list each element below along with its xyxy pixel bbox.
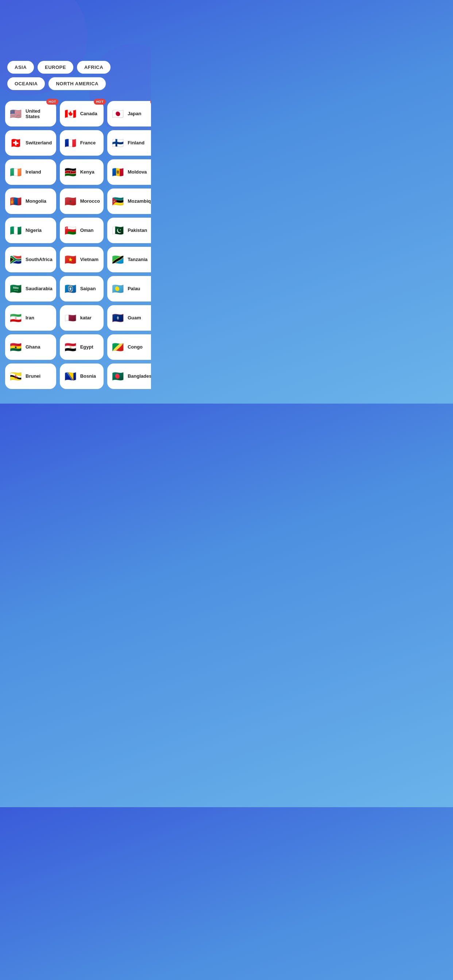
- flag-icon: 🇰🇪: [64, 165, 77, 179]
- country-name: Brunei: [26, 373, 40, 379]
- country-name: Saipan: [80, 286, 96, 292]
- flag-emoji: 🇴🇲: [65, 226, 76, 235]
- country-card[interactable]: 🇵🇼Palau: [107, 276, 151, 302]
- flag-emoji: 🇸🇦: [10, 284, 22, 293]
- country-name: Guam: [128, 315, 141, 321]
- flag-emoji: 🇫🇮: [112, 138, 124, 148]
- country-name: Tanzania: [128, 257, 148, 262]
- flag-emoji: 🇫🇷: [65, 138, 76, 148]
- flag-emoji: 🇮🇷: [10, 313, 22, 323]
- filter-btn-europe[interactable]: EUROPE: [38, 61, 73, 74]
- flag-emoji: 🇧🇳: [10, 372, 22, 381]
- flag-icon: 🇲🇵: [64, 282, 77, 296]
- flag-icon: 🇧🇦: [64, 369, 77, 383]
- country-card[interactable]: 🇲🇳Mongolia: [5, 188, 56, 214]
- filter-btn-north-america[interactable]: NORTH AMERICA: [48, 77, 106, 90]
- flag-icon: 🇶🇦: [64, 311, 77, 325]
- country-name: Congo: [128, 344, 143, 350]
- country-card[interactable]: 🇬🇺Guam: [107, 305, 151, 331]
- filter-btn-asia[interactable]: ASIA: [7, 61, 34, 74]
- flag-icon: 🇹🇿: [111, 253, 125, 267]
- flag-emoji: 🇲🇿: [112, 197, 124, 206]
- country-card[interactable]: HOT🇺🇸United States: [5, 101, 56, 127]
- country-name: Pakistan: [128, 228, 147, 233]
- flag-icon: 🇨🇭: [9, 136, 22, 150]
- country-card[interactable]: 🇴🇲Oman: [60, 218, 104, 243]
- flag-icon: 🇸🇦: [9, 282, 22, 296]
- flag-icon: 🇧🇩: [111, 369, 125, 383]
- country-name: Mozambique: [128, 198, 151, 204]
- country-name: Saudiarabia: [26, 286, 53, 292]
- country-name: Ireland: [26, 169, 41, 175]
- country-card[interactable]: 🇸🇦Saudiarabia: [5, 276, 56, 302]
- country-name: Palau: [128, 286, 140, 292]
- country-card[interactable]: 🇮🇷Iran: [5, 305, 56, 331]
- flag-emoji: 🇮🇪: [10, 167, 22, 177]
- country-name: katar: [80, 315, 91, 321]
- country-name: Mongolia: [26, 198, 46, 204]
- filter-btn-africa[interactable]: AFRICA: [77, 61, 110, 74]
- flag-emoji: 🇬🇺: [112, 313, 124, 323]
- flag-emoji: 🇳🇬: [10, 226, 22, 235]
- flag-icon: 🇵🇰: [111, 223, 125, 237]
- country-card[interactable]: 🇹🇿Tanzania: [107, 247, 151, 272]
- flag-emoji: 🇯🇵: [112, 109, 124, 118]
- country-card[interactable]: 🇻🇳Vietnam: [60, 247, 104, 272]
- page-title: [11, 22, 140, 43]
- country-card[interactable]: 🇬🇭Ghana: [5, 334, 56, 360]
- flag-emoji: 🇲🇩: [112, 167, 124, 177]
- country-card[interactable]: 🇵🇰Pakistan: [107, 218, 151, 243]
- country-card[interactable]: 🇧🇦Bosnia: [60, 363, 104, 389]
- flag-emoji: 🇺🇸: [10, 109, 22, 118]
- country-name: Egypt: [80, 344, 93, 350]
- flag-emoji: 🇰🇪: [65, 167, 76, 177]
- flag-icon: 🇲🇳: [9, 194, 22, 208]
- country-card[interactable]: 🇲🇩Moldova: [107, 159, 151, 185]
- flag-emoji: 🇨🇬: [112, 342, 124, 352]
- country-name: Kenya: [80, 169, 94, 175]
- flag-icon: 🇿🇦: [9, 253, 22, 267]
- flag-icon: 🇬🇭: [9, 340, 22, 354]
- country-name: Moldova: [128, 169, 147, 175]
- country-card[interactable]: 🇳🇬Nigeria: [5, 218, 56, 243]
- country-card[interactable]: 🇿🇦SouthAfrica: [5, 247, 56, 272]
- country-name: United States: [26, 108, 53, 119]
- country-card[interactable]: 🇶🇦katar: [60, 305, 104, 331]
- country-card[interactable]: 🇲🇵Saipan: [60, 276, 104, 302]
- country-card[interactable]: 🇲🇦Morocco: [60, 188, 104, 214]
- country-card[interactable]: 🇨🇬Congo: [107, 334, 151, 360]
- flag-icon: 🇲🇿: [111, 194, 125, 208]
- hot-badge: HOT: [94, 99, 106, 105]
- flag-emoji: 🇻🇳: [65, 255, 76, 264]
- flag-icon: 🇴🇲: [64, 223, 77, 237]
- country-name: Canada: [80, 111, 97, 117]
- country-card[interactable]: 🇨🇭Switzerland: [5, 130, 56, 156]
- flag-emoji: 🇨🇭: [10, 138, 22, 148]
- country-name: France: [80, 140, 96, 146]
- filter-btn-oceania[interactable]: OCEANIA: [7, 77, 45, 90]
- country-card[interactable]: 🇧🇩Bangladesh: [107, 363, 151, 389]
- flag-emoji: 🇨🇦: [65, 109, 76, 118]
- country-name: Morocco: [80, 198, 100, 204]
- country-name: Bangladesh: [128, 373, 151, 379]
- header-section: [0, 0, 151, 54]
- country-card[interactable]: 🇲🇿Mozambique: [107, 188, 151, 214]
- flag-icon: 🇮🇷: [9, 311, 22, 325]
- country-card[interactable]: 🇪🇬Egypt: [60, 334, 104, 360]
- country-card[interactable]: 🇰🇪Kenya: [60, 159, 104, 185]
- flag-icon: 🇮🇪: [9, 165, 22, 179]
- flag-icon: 🇪🇬: [64, 340, 77, 354]
- country-name: Nigeria: [26, 228, 41, 233]
- flag-emoji: 🇲🇵: [65, 284, 76, 293]
- country-card[interactable]: 🇫🇮Finland: [107, 130, 151, 156]
- country-card[interactable]: HOT🇯🇵Japan: [107, 101, 151, 127]
- country-card[interactable]: 🇧🇳Brunei: [5, 363, 56, 389]
- country-card[interactable]: HOT🇨🇦Canada: [60, 101, 104, 127]
- country-card[interactable]: 🇮🇪Ireland: [5, 159, 56, 185]
- flag-emoji: 🇵🇰: [112, 226, 124, 235]
- country-name: Oman: [80, 228, 94, 233]
- country-card[interactable]: 🇫🇷France: [60, 130, 104, 156]
- country-name: Switzerland: [26, 140, 52, 146]
- country-name: Bosnia: [80, 373, 96, 379]
- country-name: Iran: [26, 315, 34, 321]
